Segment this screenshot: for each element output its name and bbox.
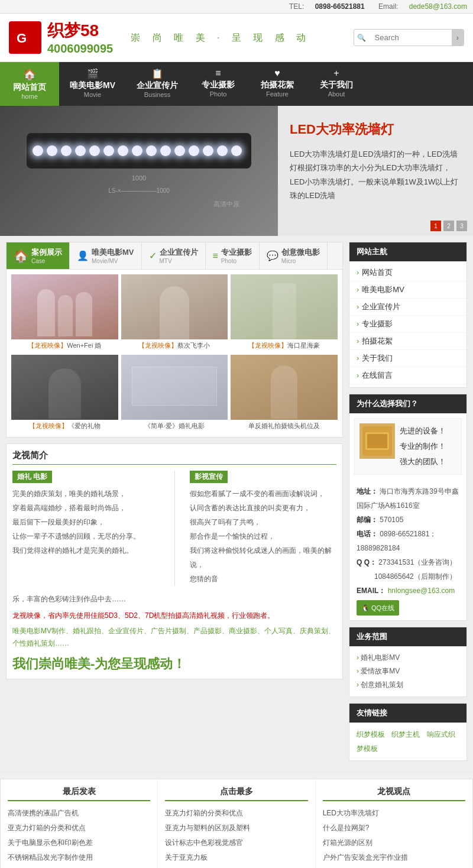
case-item-5[interactable]: 《简单·爱》婚礼电影 — [121, 355, 228, 432]
contact-phone: 电话： 0898-66521881；18889828184 — [357, 527, 459, 555]
footer-views-item-3[interactable]: 灯箱光源的区别 — [323, 835, 465, 850]
nav-label-about: 关于我们 — [320, 80, 353, 90]
led-dot — [103, 145, 114, 156]
nav-label-movie: 唯美电影MV — [70, 80, 115, 91]
logo-area: G 织梦58 4006099095 崇 尚 唯 美 · 呈 现 感 动 — [9, 20, 310, 56]
footer-popular-item-1[interactable]: 亚克力灯箱的分类和优点 — [165, 806, 307, 821]
footer-views-item-4[interactable]: 户外广告安装盒光宇作业措 — [323, 850, 465, 865]
nav-sub-photo: Photo — [210, 90, 227, 98]
sidebar-nav-list: 网站首页 唯美电影MV 企业宣传片 专业摄影 拍摄花絮 关于我们 在线留言 — [349, 261, 466, 387]
footer-recent-item-1[interactable]: 高清便携的液晶广告机 — [8, 806, 150, 821]
led-dot — [174, 145, 185, 156]
footer-recent-item-4[interactable]: 不锈钢精品发光字制作使用 — [8, 850, 150, 865]
footer-recent-item-2[interactable]: 亚克力灯箱的分类和优点 — [8, 821, 150, 835]
search-button[interactable]: › — [452, 30, 464, 46]
highlight-link[interactable]: 龙视映像，省内率先使用佳能5D3、5D2、7D机型拍摄高清婚礼视频，行业领跑者。 — [12, 611, 274, 620]
footer-recent-item-5[interactable]: 灯箱光源的区别 — [8, 865, 150, 868]
nav-item-photo[interactable]: ≡ 专业摄影 Photo — [189, 62, 248, 106]
footer-views-item-1[interactable]: LED大功率洗墙灯 — [323, 806, 465, 821]
case-item-1[interactable]: 【龙视映像】Wen+Fei 婚 — [11, 274, 118, 352]
top-bar: TEL: 0898-66521881 Email: dede58@163.com — [0, 0, 473, 14]
why-image — [359, 423, 395, 459]
sidebar-nav-message[interactable]: 在线留言 — [349, 367, 466, 384]
sidebar-nav-feature[interactable]: 拍摄花絮 — [349, 333, 466, 350]
led-dot — [118, 145, 128, 156]
film-col-title: 影视宣传 — [190, 471, 228, 483]
footer-popular-item-3[interactable]: 设计标志中色彩视觉感官 — [165, 835, 307, 850]
micro-tab-icon: 💬 — [267, 250, 278, 261]
led-dot — [33, 145, 43, 156]
led-dot — [189, 145, 199, 156]
contact-zip: 邮编： 570105 — [357, 513, 459, 527]
why-item-1: 先进的设备！ — [400, 423, 446, 439]
case-item-3[interactable]: 【龙视映像】海口星海豪 — [231, 274, 338, 352]
footer-views-item-2[interactable]: 什么是拉网架? — [323, 821, 465, 835]
led-dot — [89, 145, 100, 156]
email-label-sidebar: EMAIL： — [357, 587, 385, 595]
link-1[interactable]: 织梦模板 — [357, 730, 385, 739]
business-tab-sub: MTV — [160, 258, 198, 264]
case-item-4[interactable]: 【龙视映像】《爱的礼物 — [11, 355, 118, 432]
footer-popular-item-4[interactable]: 关于亚克力板 — [165, 850, 307, 865]
nav-item-feature[interactable]: ♥ 拍摄花絮 Feature — [248, 62, 307, 106]
footer-cols: 最后发表 高清便携的液晶广告机 亚克力灯箱的分类和优点 关于电脑显示色和印刷色差… — [0, 779, 473, 868]
footer-views-item-5[interactable]: 关于电脑显示色和印刷色差 — [323, 865, 465, 868]
case-tab-business[interactable]: ✓ 企业宣传片 MTV — [142, 242, 206, 269]
about-service-text: 唯美电影MV制作、婚礼跟拍、企业宣传片、广告片摄制、产品摄影、商业摄影、个人写真… — [12, 625, 336, 650]
photo-tab-icon: ≡ — [213, 251, 218, 261]
sidebar-nav-business[interactable]: 企业宣传片 — [349, 299, 466, 316]
biz-item-1: 婚礼电影MV — [357, 651, 459, 665]
sidebar-nav-movie[interactable]: 唯美电影MV — [349, 281, 466, 299]
banner-dot-2[interactable]: 2 — [443, 221, 454, 231]
nav-item-home[interactable]: 🏠 网站首页 home — [0, 62, 59, 106]
about-icon: + — [333, 68, 339, 79]
search-input[interactable] — [369, 30, 452, 46]
led-dot — [217, 145, 228, 156]
logo-title: 织梦58 — [47, 20, 113, 42]
header: G 织梦58 4006099095 崇 尚 唯 美 · 呈 现 感 动 🔍 › — [0, 14, 473, 62]
case-img-5 — [121, 355, 228, 420]
led-dot — [61, 145, 72, 156]
nav-item-about[interactable]: + 关于我们 About — [307, 62, 366, 106]
svg-rect-4 — [367, 434, 387, 448]
case-img-2 — [121, 274, 228, 339]
banner-dot-1[interactable]: 1 — [430, 221, 441, 231]
email-label: Email: — [378, 2, 398, 11]
right-sidebar: 网站主航 网站首页 唯美电影MV 企业宣传片 专业摄影 拍摄花絮 关于我们 在线… — [349, 242, 467, 767]
led-dot — [132, 145, 142, 156]
movie-tab-icon: 👤 — [77, 250, 89, 261]
why-list: 先进的设备！ 专业的制作！ 强大的团队！ — [400, 423, 446, 469]
sidebar-why-section: 为什么选择我们？ 先进的设备！ 专业的制作！ 强大的团队！ — [349, 394, 467, 621]
contact-qq1: Q Q： 273341531（业务咨询） — [357, 555, 459, 569]
footer-popular-item-5[interactable]: 怎样去做好平面设计 — [165, 865, 307, 868]
logo-slogan: 崇 尚 唯 美 · 呈 现 感 动 — [131, 32, 310, 44]
sidebar-biz-section: 业务范围 婚礼电影MV 爱情故事MV 创意婚礼策划 — [349, 627, 467, 697]
nav-item-movie[interactable]: 🎬 唯美电影MV Movie — [59, 62, 126, 106]
about-cols: 婚礼 电影 完美的婚庆策划，唯美的婚礼场景， 穿着最高端婚纱，搭着最时尚饰品， … — [12, 471, 336, 586]
case-tab-micro[interactable]: 💬 创意微电影 Micro — [260, 242, 328, 269]
sidebar-nav-about[interactable]: 关于我们 — [349, 350, 466, 367]
banner: 1000 LS-×——————1000 高清中原 LED大功率洗墙灯 LED大功… — [0, 106, 473, 236]
case-tab-home[interactable]: 🏠 案例展示 Case — [7, 242, 70, 269]
case-tab-movie[interactable]: 👤 唯美电影MV Movie/MV — [70, 242, 142, 269]
tel-label: TEL: — [289, 2, 304, 11]
case-label-3: 【龙视映像】海口星海豪 — [231, 339, 338, 352]
search-box[interactable]: 🔍 › — [354, 29, 464, 46]
footer-recent-item-3[interactable]: 关于电脑显示色和印刷色差 — [8, 835, 150, 850]
led-dot — [47, 145, 57, 156]
business-tab-icon: ✓ — [149, 250, 157, 261]
nav-label-business: 企业宣传片 — [137, 80, 178, 91]
banner-dot-3[interactable]: 3 — [456, 221, 467, 231]
nav-item-business[interactable]: 📋 企业宣传片 Business — [126, 62, 189, 106]
case-item-6[interactable]: 单反婚礼拍摄镜头机位及 — [231, 355, 338, 432]
contact-qq2: 1084865642（后期制作） — [357, 569, 459, 584]
footer-popular-item-2[interactable]: 亚克力与塑料的区别及塑料 — [165, 821, 307, 835]
link-2[interactable]: 织梦主机 — [391, 730, 420, 739]
case-tab-photo[interactable]: ≡ 专业摄影 Photo — [206, 242, 260, 269]
case-item-2[interactable]: 【龙视映像】蔡次飞李小 — [121, 274, 228, 352]
nav-label-home: 网站首页 — [13, 82, 46, 93]
qq-online-button[interactable]: 🐧 QQ在线 — [357, 600, 399, 616]
sidebar-biz-title: 业务范围 — [349, 627, 466, 646]
sidebar-nav-home[interactable]: 网站首页 — [349, 264, 466, 281]
sidebar-nav-photo[interactable]: 专业摄影 — [349, 316, 466, 333]
